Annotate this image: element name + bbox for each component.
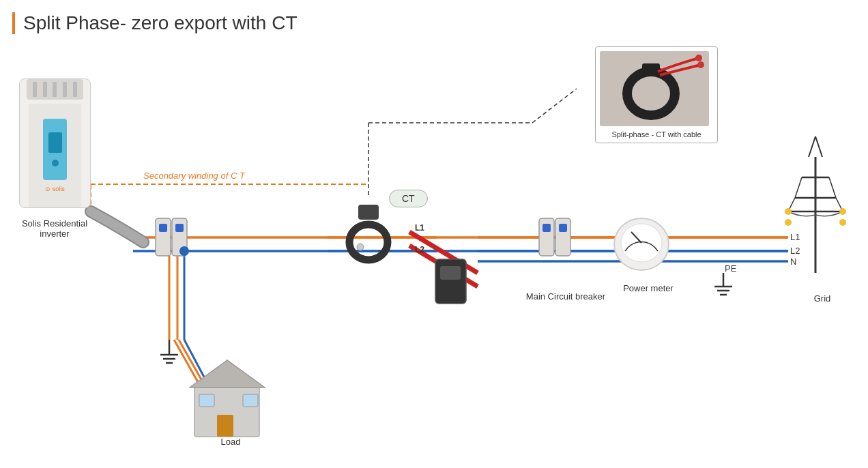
svg-line-60 [815,136,822,157]
inverter-screen [43,119,67,180]
svg-rect-47 [559,224,567,232]
svg-line-59 [809,136,815,157]
svg-rect-40 [435,259,466,304]
grid-label: Grid [795,293,850,304]
svg-point-61 [785,208,792,215]
svg-line-16 [179,340,202,381]
svg-rect-32 [159,224,167,232]
svg-rect-34 [175,224,184,232]
svg-point-70 [179,246,189,256]
svg-rect-69 [243,394,258,407]
svg-text:L1: L1 [415,223,424,233]
svg-point-37 [357,244,364,250]
inverter-label: Solis Residential inverter [10,218,99,239]
svg-point-62 [839,208,846,215]
svg-line-20 [532,89,577,123]
svg-line-56 [829,177,836,198]
inverter-box: ⊙ solis [19,78,91,208]
secondary-winding-label: Secondary winding of C T [143,171,245,181]
inverter-logo: ⊙ solis [35,186,76,192]
svg-rect-68 [199,394,214,407]
main-circuit-breaker-label: Main Circuit breaker [521,291,610,303]
svg-point-35 [349,224,388,260]
svg-text:L2: L2 [415,245,424,254]
power-meter-label: Power meter [611,283,686,293]
inverter-top [27,79,83,100]
svg-marker-66 [190,360,265,387]
svg-point-77 [52,160,59,166]
svg-text:PE: PE [725,263,737,274]
svg-point-63 [785,219,792,226]
svg-rect-76 [48,132,62,153]
svg-line-17 [184,340,207,382]
svg-text:N: N [790,257,796,267]
svg-rect-45 [542,224,551,232]
svg-line-55 [795,177,802,198]
svg-rect-36 [358,205,379,220]
svg-line-15 [174,340,198,382]
diagram-svg: L1 L2 [0,0,868,468]
page-container: Split Phase- zero export with CT Split-p… [0,0,868,468]
inverter-body: ⊙ solis [29,104,81,207]
ct-label: CT [389,190,428,207]
load-label: Load [203,437,258,447]
svg-text:L2: L2 [790,246,800,256]
svg-rect-41 [440,266,461,280]
svg-point-64 [839,219,846,226]
svg-text:L1: L1 [790,232,800,242]
svg-rect-67 [217,415,233,437]
